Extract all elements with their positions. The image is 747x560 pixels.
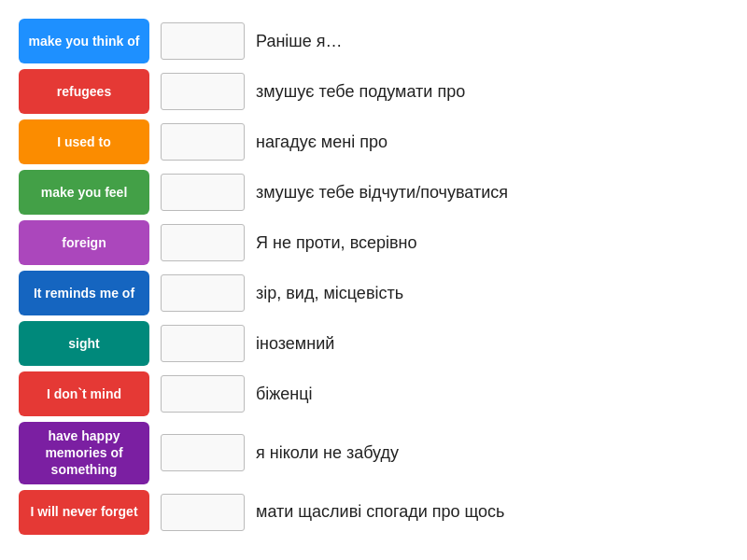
answer-box-i-dont-mind[interactable]: [161, 375, 245, 413]
answer-box-i-will-never-forget[interactable]: [161, 494, 245, 531]
answer-box-have-happy-memories[interactable]: [161, 434, 245, 471]
answer-box-it-reminds-me-of[interactable]: [161, 274, 245, 312]
term-button-foreign[interactable]: foreign: [19, 220, 149, 265]
definition-text-make-you-think-of: Раніше я…: [256, 32, 728, 51]
definition-text-have-happy-memories: я ніколи не забуду: [256, 443, 728, 463]
definition-text-it-reminds-me-of: зір, вид, місцевість: [256, 284, 728, 303]
match-activity: make you think ofРаніше я…refugeesзмушує…: [9, 9, 738, 544]
match-row: I don`t mindбіженці: [19, 371, 728, 416]
match-row: foreignЯ не проти, всерівно: [19, 220, 728, 265]
match-row: sightіноземний: [19, 321, 728, 366]
term-button-refugees[interactable]: refugees: [19, 69, 149, 114]
answer-box-sight[interactable]: [161, 325, 245, 362]
term-button-sight[interactable]: sight: [19, 321, 149, 366]
term-button-make-you-feel[interactable]: make you feel: [19, 170, 149, 215]
match-row: I will never forgetмати щасливі спогади …: [19, 490, 728, 535]
definition-text-foreign: Я не проти, всерівно: [256, 233, 728, 253]
term-button-it-reminds-me-of[interactable]: It reminds me of: [19, 271, 149, 315]
match-row: refugeesзмушує тебе подумати про: [19, 69, 728, 114]
answer-box-refugees[interactable]: [161, 73, 245, 110]
term-button-i-dont-mind[interactable]: I don`t mind: [19, 371, 149, 416]
definition-text-sight: іноземний: [256, 334, 728, 354]
match-row: It reminds me ofзір, вид, місцевість: [19, 271, 728, 315]
term-button-have-happy-memories[interactable]: have happy memories of something: [19, 422, 149, 484]
term-button-make-you-think-of[interactable]: make you think of: [19, 19, 149, 63]
match-row: make you feelзмушує тебе відчути/почуват…: [19, 170, 728, 215]
answer-box-make-you-think-of[interactable]: [161, 22, 245, 60]
term-button-i-used-to[interactable]: I used to: [19, 119, 149, 164]
match-row: I used toнагадує мені про: [19, 119, 728, 164]
definition-text-i-dont-mind: біженці: [256, 385, 728, 404]
answer-box-make-you-feel[interactable]: [161, 174, 245, 211]
term-button-i-will-never-forget[interactable]: I will never forget: [19, 490, 149, 535]
definition-text-i-used-to: нагадує мені про: [256, 133, 728, 152]
definition-text-refugees: змушує тебе подумати про: [256, 82, 728, 102]
definition-text-make-you-feel: змушує тебе відчути/почуватися: [256, 183, 728, 203]
match-row: make you think ofРаніше я…: [19, 19, 728, 63]
answer-box-i-used-to[interactable]: [161, 123, 245, 161]
answer-box-foreign[interactable]: [161, 224, 245, 261]
match-row: have happy memories of somethingя ніколи…: [19, 422, 728, 484]
definition-text-i-will-never-forget: мати щасливі спогади про щось: [256, 502, 728, 522]
